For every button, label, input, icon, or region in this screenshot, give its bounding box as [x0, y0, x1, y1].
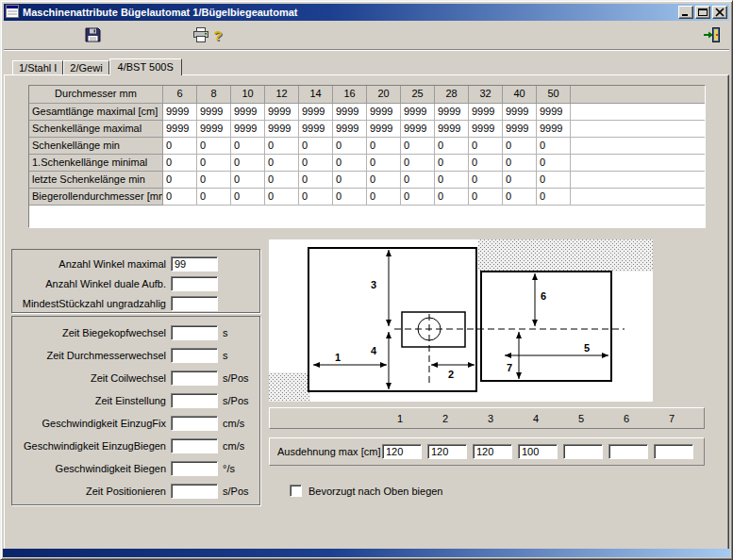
grid-cell[interactable]: 0 — [469, 155, 503, 172]
grid-cell[interactable]: 9999 — [197, 121, 231, 138]
grid-cell[interactable]: 9999 — [299, 121, 333, 138]
grid-cell[interactable]: 9999 — [435, 104, 469, 121]
zeit-positionieren-input[interactable] — [171, 484, 218, 499]
zeit-biegekopfwechsel-input[interactable] — [171, 325, 218, 340]
grid-cell[interactable]: 0 — [537, 155, 571, 172]
grid-cell[interactable]: 0 — [265, 155, 299, 172]
anzahl-winkel-duale-aufb-input[interactable] — [171, 276, 218, 291]
grid-cell[interactable]: 0 — [197, 189, 231, 206]
anzahl-winkel-maximal-input[interactable] — [171, 256, 218, 272]
ausdehnung-input-6[interactable] — [608, 444, 648, 459]
grid-cell[interactable]: 0 — [333, 138, 367, 155]
grid-cell[interactable]: 9999 — [265, 121, 299, 138]
grid-cell[interactable]: 0 — [333, 155, 367, 172]
ausdehnung-input-5[interactable] — [563, 444, 603, 459]
grid-cell[interactable]: 0 — [299, 172, 333, 189]
grid-cell[interactable]: 0 — [163, 172, 197, 189]
grid-cell[interactable]: 0 — [435, 189, 469, 206]
grid-cell[interactable]: 0 — [469, 189, 503, 206]
grid-cell[interactable]: 9999 — [299, 104, 333, 121]
grid-cell[interactable]: 0 — [435, 155, 469, 172]
grid-cell[interactable]: 0 — [231, 155, 265, 172]
zeit-einstellung-input[interactable] — [171, 393, 218, 408]
grid-cell[interactable]: 0 — [197, 138, 231, 155]
grid-cell[interactable]: 9999 — [231, 121, 265, 138]
grid-cell[interactable]: 9999 — [503, 104, 537, 121]
minimize-button[interactable] — [678, 6, 693, 19]
grid-cell[interactable]: 9999 — [163, 104, 197, 121]
grid-cell[interactable]: 9999 — [537, 104, 571, 121]
exit-button[interactable] — [701, 25, 722, 44]
mindeststückzahl-ungradzahlig-input[interactable] — [171, 296, 218, 311]
geschwindigkeit-einzugbiegen-input[interactable] — [171, 438, 218, 453]
app-icon[interactable] — [6, 5, 19, 20]
ausdehnung-input-7[interactable] — [654, 444, 693, 459]
grid-cell[interactable]: 0 — [401, 172, 435, 189]
grid-cell[interactable]: 0 — [469, 172, 503, 189]
geschwindigkeit-einzugfix-input[interactable] — [171, 416, 218, 431]
grid-cell[interactable]: 0 — [163, 155, 197, 172]
grid-cell[interactable]: 0 — [401, 189, 435, 206]
grid-cell[interactable]: 0 — [197, 172, 231, 189]
tab-4-bst-500s[interactable]: 4/BST 500S — [109, 58, 182, 75]
grid-cell[interactable]: 9999 — [231, 104, 265, 121]
grid-cell[interactable]: 0 — [333, 172, 367, 189]
grid-cell[interactable]: 0 — [537, 189, 571, 206]
close-button[interactable] — [712, 6, 727, 19]
grid-cell[interactable]: 0 — [299, 189, 333, 206]
save-button[interactable] — [82, 25, 103, 44]
grid-cell[interactable]: 0 — [401, 155, 435, 172]
zeit-coilwechsel-input[interactable] — [171, 371, 218, 386]
grid-cell[interactable]: 0 — [367, 172, 401, 189]
grid-cell[interactable]: 9999 — [401, 121, 435, 138]
grid-cell[interactable]: 0 — [537, 138, 571, 155]
grid-cell[interactable]: 0 — [503, 138, 537, 155]
grid-cell[interactable]: 9999 — [163, 121, 197, 138]
grid-cell[interactable]: 0 — [469, 138, 503, 155]
grid-cell[interactable]: 9999 — [367, 104, 401, 121]
grid-cell[interactable]: 9999 — [537, 121, 571, 138]
grid-cell[interactable]: 0 — [367, 155, 401, 172]
grid-cell[interactable]: 0 — [231, 138, 265, 155]
grid-cell[interactable]: 0 — [299, 155, 333, 172]
ausdehnung-input-3[interactable] — [473, 444, 512, 459]
grid-cell[interactable]: 9999 — [469, 104, 503, 121]
grid-cell[interactable]: 9999 — [333, 121, 367, 138]
grid-cell[interactable]: 0 — [231, 172, 265, 189]
tab-2-gewi[interactable]: 2/Gewi — [63, 60, 108, 74]
grid-cell[interactable]: 0 — [197, 155, 231, 172]
grid-cell[interactable]: 0 — [503, 155, 537, 172]
maximize-button[interactable] — [695, 6, 710, 19]
ausdehnung-input-2[interactable] — [427, 444, 467, 459]
tab-1-stahl-i[interactable]: 1/Stahl I — [12, 60, 63, 74]
grid-cell[interactable]: 0 — [163, 138, 197, 155]
grid-cell[interactable]: 0 — [401, 138, 435, 155]
grid-cell[interactable]: 0 — [163, 189, 197, 206]
grid-cell[interactable]: 0 — [299, 138, 333, 155]
grid-cell[interactable]: 0 — [265, 138, 299, 155]
bevorzugt-checkbox[interactable] — [290, 485, 302, 497]
grid-cell[interactable]: 0 — [435, 138, 469, 155]
grid-cell[interactable]: 0 — [367, 189, 401, 206]
grid-cell[interactable]: 0 — [367, 138, 401, 155]
grid-cell[interactable]: 9999 — [435, 121, 469, 138]
grid-cell[interactable]: 0 — [265, 172, 299, 189]
grid-cell[interactable]: 0 — [231, 189, 265, 206]
grid-cell[interactable]: 0 — [333, 189, 367, 206]
grid-cell[interactable]: 0 — [265, 189, 299, 206]
title-bar[interactable]: Maschinenattribute Bügelautomat 1/Bügelb… — [4, 4, 729, 21]
grid-cell[interactable]: 9999 — [197, 104, 231, 121]
grid-cell[interactable]: 9999 — [333, 104, 367, 121]
ausdehnung-input-4[interactable] — [518, 444, 558, 459]
grid-cell[interactable]: 0 — [435, 172, 469, 189]
grid-cell[interactable]: 9999 — [367, 121, 401, 138]
help-button[interactable]: ? — [208, 25, 228, 44]
geschwindigkeit-biegen-input[interactable] — [171, 461, 218, 476]
grid-cell[interactable]: 0 — [503, 189, 537, 206]
grid-cell[interactable]: 9999 — [503, 121, 537, 138]
bevorzugt-checkbox-row[interactable]: Bevorzugt nach Oben biegen — [290, 485, 443, 497]
grid-cell[interactable]: 9999 — [265, 104, 299, 121]
ausdehnung-input-1[interactable] — [382, 444, 422, 459]
zeit-durchmesserwechsel-input[interactable] — [171, 348, 218, 363]
grid-cell[interactable]: 0 — [503, 172, 537, 189]
